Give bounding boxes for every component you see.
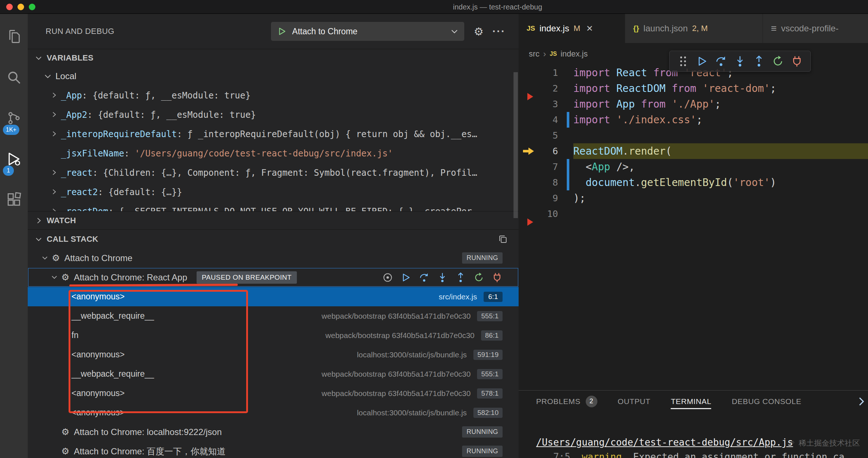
debug-session-row[interactable]: ⚙Attach to Chrome: 百度一下，你就知道RUNNING: [28, 442, 519, 458]
editor-tab-vscode-profile-[interactable]: ≡vscode-profile-: [763, 14, 868, 43]
restart-icon[interactable]: [473, 272, 484, 283]
juejin-logo-icon: [787, 439, 795, 447]
line-number-gutter[interactable]: 4: [519, 112, 573, 128]
chevron-down-icon[interactable]: [50, 273, 61, 282]
variable-name: _jsxFileName: [61, 148, 124, 159]
stack-frame-path: localhost:3000/static/js/bundle.js: [357, 408, 467, 417]
twistie-icon[interactable]: [50, 110, 61, 119]
code-line: 3import App from './App';: [519, 96, 868, 112]
line-number: 2: [553, 83, 558, 94]
search-icon: [6, 69, 22, 85]
breadcrumb-folder[interactable]: src: [529, 49, 539, 59]
start-debugging-icon[interactable]: [277, 26, 287, 36]
panel-tab-output[interactable]: OUTPUT: [618, 393, 651, 409]
stack-frame-path: localhost:3000/static/js/bundle.js: [357, 350, 467, 359]
twistie-spacer: [50, 447, 61, 456]
activity-item-explorer[interactable]: [0, 16, 28, 57]
code-line: 8 document.getElementById('root'): [519, 175, 868, 190]
panel-tab-debug-console[interactable]: DEBUG CONSOLE: [732, 393, 801, 409]
twistie-spacer: [50, 149, 61, 158]
debug-config-dropdown[interactable]: Attach to Chrome: [271, 22, 464, 41]
debug-config-label: Attach to Chrome: [292, 27, 450, 36]
chevron-down-icon[interactable]: [41, 254, 52, 263]
breakpoint-marker-icon[interactable]: [527, 93, 533, 100]
continue-icon[interactable]: [400, 272, 411, 283]
panel-tab-problems[interactable]: PROBLEMS2: [536, 392, 597, 411]
code-line: 9);: [519, 190, 868, 206]
panel-tab-label: TERMINAL: [671, 397, 711, 406]
breadcrumb-file[interactable]: index.js: [561, 49, 588, 59]
watch-section-header[interactable]: WATCH: [28, 211, 519, 229]
restart-icon[interactable]: [770, 54, 786, 69]
code-line: 6ReactDOM.render(: [519, 143, 868, 159]
line-number-gutter[interactable]: 10: [519, 206, 573, 222]
twistie-icon[interactable]: [50, 207, 61, 211]
step-into-icon[interactable]: [732, 54, 748, 69]
variable-row[interactable]: _interopRequireDefault: ƒ _interopRequir…: [28, 124, 519, 144]
step-into-icon[interactable]: [437, 272, 448, 283]
panel-tab-terminal[interactable]: TERMINAL: [671, 393, 711, 409]
more-actions-icon[interactable]: ···: [492, 25, 505, 38]
variable-row[interactable]: _App: {default: ƒ, __esModule: true}: [28, 86, 519, 105]
run-and-debug-icon: [6, 151, 22, 167]
call-stack-section-header[interactable]: CALL STACK: [28, 229, 519, 248]
debug-session-row[interactable]: ⚙Attach to ChromeRUNNING: [28, 248, 519, 268]
variable-name: _App: [61, 90, 82, 101]
close-icon[interactable]: ✕: [586, 24, 593, 34]
close-window-button[interactable]: [6, 4, 13, 10]
line-number-gutter[interactable]: 9: [519, 190, 573, 206]
activity-item-run-and-debug[interactable]: 1: [0, 139, 28, 179]
disconnect-icon[interactable]: [492, 272, 503, 283]
line-number-gutter[interactable]: 7: [519, 159, 573, 175]
gear-icon[interactable]: ⚙: [474, 25, 484, 38]
variable-row[interactable]: _reactDom: {__SECRET_INTERNALS_DO_NOT_US…: [28, 202, 519, 211]
step-over-icon[interactable]: [713, 54, 729, 69]
maximize-window-button[interactable]: [29, 4, 35, 10]
line-number-gutter[interactable]: 1: [519, 65, 573, 81]
editor-tab-launch-json[interactable]: {}launch.json2, M: [625, 14, 763, 43]
line-number-gutter[interactable]: 6: [519, 143, 573, 159]
variable-row[interactable]: _react2: {default: {…}}: [28, 182, 519, 202]
twistie-icon[interactable]: [50, 130, 61, 139]
paused-indicator-icon[interactable]: [382, 272, 393, 283]
activity-item-search[interactable]: [0, 57, 28, 98]
line-number-gutter[interactable]: 8: [519, 175, 573, 190]
chevron-right-icon: [34, 216, 43, 225]
breakpoint-marker-icon[interactable]: [527, 218, 533, 226]
variable-row[interactable]: _App2: {default: ƒ, __esModule: true}: [28, 105, 519, 124]
chevron-right-icon[interactable]: [856, 396, 867, 407]
current-execution-arrow-icon: [523, 148, 534, 155]
step-out-icon[interactable]: [751, 54, 767, 69]
scope-row-local[interactable]: Local: [28, 66, 519, 86]
variables-section-header[interactable]: VARIABLES: [28, 49, 519, 66]
minimize-window-button[interactable]: [18, 4, 24, 10]
line-number-gutter[interactable]: 3: [519, 96, 573, 112]
panel-tab-bar: PROBLEMS2OUTPUTTERMINALDEBUG CONSOLE: [519, 391, 868, 412]
list-file-icon: ≡: [771, 23, 777, 34]
twistie-icon[interactable]: [50, 188, 61, 197]
disconnect-icon[interactable]: [789, 54, 805, 69]
twistie-icon[interactable]: [50, 91, 61, 100]
activity-item-extensions[interactable]: [0, 179, 28, 220]
variable-row[interactable]: _react: {Children: {…}, Component: ƒ, Fr…: [28, 163, 519, 182]
continue-icon[interactable]: [694, 54, 710, 69]
editor-tab-index-js[interactable]: JSindex.jsM✕: [519, 14, 625, 43]
step-out-icon[interactable]: [455, 272, 466, 283]
terminal-text: 7:5: [536, 451, 582, 458]
twistie-icon[interactable]: [50, 168, 61, 177]
sidebar-scrollbar[interactable]: [514, 72, 518, 218]
copy-call-stack-icon[interactable]: [498, 234, 508, 244]
step-over-icon[interactable]: [419, 272, 430, 283]
code-line: 4import './index.css';: [519, 112, 868, 128]
variable-row[interactable]: _jsxFileName: '/Users/guang/code/test-re…: [28, 144, 519, 163]
terminal-output: /Users/guang/code/test-react-debug/src/A…: [519, 412, 868, 458]
variable-value: {__SECRET_INTERNALS_DO_NOT_USE_OR_YOU_WI…: [119, 206, 477, 211]
activity-item-source-control[interactable]: 1K+: [0, 98, 28, 139]
window-title: index.js — test-react-debug: [453, 3, 542, 11]
annotation-box: [69, 290, 248, 413]
line-number-gutter[interactable]: 2: [519, 81, 573, 96]
line-number-gutter[interactable]: 5: [519, 128, 573, 143]
terminal-text: warning: [582, 451, 622, 458]
terminal-file-link[interactable]: /Users/guang/code/test-react-debug/src/A…: [536, 437, 793, 448]
debug-session-row[interactable]: ⚙Attach to Chrome: localhost:9222/jsonRU…: [28, 422, 519, 442]
